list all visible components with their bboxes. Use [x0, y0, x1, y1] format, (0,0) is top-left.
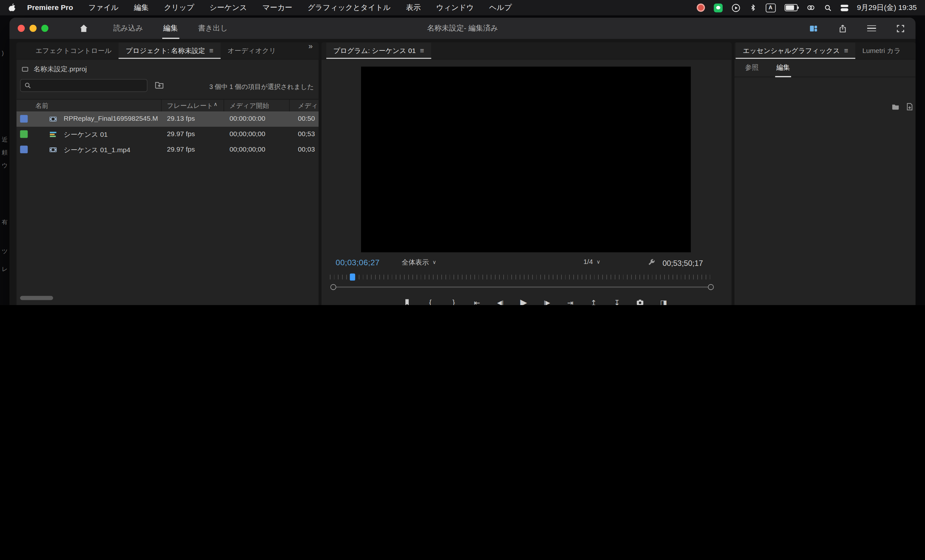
horizontal-scrollbar[interactable] [20, 296, 53, 300]
project-row-list: RPReplay_Final1695982545.M 29.13 fps 00:… [17, 111, 318, 159]
label-color-chip[interactable] [20, 115, 28, 123]
playback-resolution-dropdown[interactable]: 1/4∨ [584, 258, 601, 265]
program-playhead[interactable] [350, 274, 355, 281]
create-search-bin-icon[interactable] [155, 80, 164, 90]
menubar-app-name[interactable]: Premiere Pro [20, 3, 81, 12]
table-row[interactable]: RPReplay_Final1695982545.M 29.13 fps 00:… [17, 111, 318, 127]
item-framerate: 29.13 fps [167, 115, 195, 122]
extract-button[interactable]: ↧ [611, 298, 623, 305]
sidecar-icon[interactable] [806, 3, 815, 12]
menu-item[interactable]: シーケンス [202, 3, 255, 12]
header-tab[interactable]: 編集 [162, 18, 179, 39]
item-media-start: 00;00;00;00 [229, 130, 265, 137]
sequence-icon [48, 130, 58, 139]
program-time-ruler[interactable] [330, 274, 712, 279]
menu-item[interactable]: ウィンドウ [428, 3, 481, 12]
item-name[interactable]: シーケンス 01 [63, 130, 159, 139]
eg-subtab[interactable]: 編集 [775, 59, 791, 77]
table-row[interactable]: シーケンス 01 29.97 fps 00;00;00;00 00;53 [17, 127, 318, 142]
lift-button[interactable]: ↥ [588, 298, 600, 305]
menu-item[interactable]: 表示 [398, 3, 428, 12]
step-back-button[interactable]: ◀| [494, 299, 506, 305]
bluetooth-icon[interactable] [749, 3, 757, 12]
menu-item[interactable]: ヘルプ [481, 3, 519, 12]
item-media-end: 00;03 [298, 146, 315, 152]
program-video-frame[interactable] [361, 66, 691, 252]
item-name[interactable]: シーケンス 01_1.mp4 [63, 146, 159, 154]
home-icon[interactable] [79, 23, 88, 33]
essential-graphics-panel: エッセンシャルグラフィックス≡ Lumetri カラ 参照編集 [735, 42, 916, 305]
settings-wrench-icon[interactable] [647, 258, 655, 266]
label-color-chip[interactable] [20, 130, 28, 138]
quick-export-icon[interactable] [838, 24, 847, 33]
battery-icon[interactable] [784, 4, 797, 11]
panel-menu-icon[interactable]: ≡ [420, 47, 424, 54]
tab-project[interactable]: プロジェクト: 名称未設定≡ [119, 42, 221, 59]
close-window-button[interactable] [18, 25, 25, 32]
column-framerate[interactable]: フレームレート [167, 101, 213, 110]
add-marker-button[interactable] [401, 298, 413, 305]
transport-controls: { } ⇤ ◀| ▶ |▶ ⇥ ↥ ↧ ◨ [401, 295, 670, 305]
project-root[interactable]: 名称未設定.prproj [21, 65, 87, 74]
sort-ascending-icon[interactable]: ∧ [214, 102, 217, 108]
eg-folder-icon[interactable] [891, 102, 899, 111]
play-button[interactable]: ▶ [518, 297, 530, 305]
menubar-clock[interactable]: 9月29日(金) 19:35 [857, 3, 917, 12]
menu-item[interactable]: 編集 [126, 3, 157, 12]
apple-menu-icon[interactable] [0, 3, 20, 12]
zoom-window-button[interactable] [41, 25, 48, 32]
workspace-icon[interactable] [809, 24, 818, 33]
column-media-start[interactable]: メディア開始 [229, 101, 269, 110]
program-current-timecode[interactable]: 00;03;06;27 [336, 258, 380, 267]
header-tab[interactable]: 書き出し [197, 18, 229, 39]
project-column-header[interactable]: 名前 フレームレート ∧ メディア開始 メディ [17, 99, 318, 112]
background-text: レ [2, 265, 8, 274]
column-name[interactable]: 名前 [35, 101, 48, 110]
tab-audio-clip-mixer[interactable]: オーディオクリ [220, 42, 283, 59]
go-to-out-button[interactable]: ⇥ [564, 298, 576, 305]
control-center-icon[interactable] [841, 5, 848, 11]
workspace-menu-icon[interactable] [867, 25, 876, 32]
table-row[interactable]: シーケンス 01_1.mp4 29.97 fps 00;00;00;00 00;… [17, 142, 318, 157]
line-app-icon[interactable] [714, 3, 723, 12]
menu-item[interactable]: クリップ [157, 3, 202, 12]
panel-menu-icon[interactable]: ≡ [844, 47, 848, 54]
input-source-icon[interactable]: A [765, 3, 775, 12]
mark-in-button[interactable]: { [425, 298, 437, 305]
project-panel-tabs: エフェクトコントロール プロジェクト: 名称未設定≡ オーディオクリ » [17, 42, 318, 59]
header-tab[interactable]: 読み込み [112, 18, 144, 39]
comparison-view-button[interactable]: ◨ [658, 298, 670, 305]
minimize-window-button[interactable] [30, 25, 37, 32]
panel-menu-icon[interactable]: ≡ [209, 47, 214, 54]
item-name[interactable]: RPReplay_Final1695982545.M [63, 115, 159, 122]
playback-status-icon[interactable] [731, 3, 740, 12]
tab-lumetri-color[interactable]: Lumetri カラ [855, 42, 908, 59]
clip-icon [48, 146, 58, 154]
menu-item[interactable]: ファイル [81, 3, 126, 12]
zoom-level-dropdown[interactable]: 全体表示∨ [402, 258, 437, 267]
spotlight-icon[interactable] [824, 4, 832, 12]
tab-overflow-icon[interactable]: » [308, 42, 319, 59]
eg-new-layer-icon[interactable] [905, 102, 914, 111]
column-media-end[interactable]: メディ [298, 101, 318, 110]
scrollbar-left-handle[interactable] [330, 284, 336, 290]
step-forward-button[interactable]: |▶ [541, 299, 553, 305]
tab-essential-graphics[interactable]: エッセンシャルグラフィックス≡ [735, 42, 855, 59]
scrollbar-right-handle[interactable] [708, 284, 714, 290]
tab-program-monitor[interactable]: プログラム: シーケンス 01≡ [326, 42, 431, 59]
label-color-chip[interactable] [20, 146, 28, 153]
program-scrollbar-track[interactable] [336, 286, 712, 288]
fullscreen-icon[interactable] [896, 24, 905, 33]
export-frame-button[interactable] [634, 298, 646, 305]
screen: Premiere Pro ファイル編集クリップシーケンスマーカーグラフィックとタ… [0, 0, 925, 305]
search-input[interactable] [20, 79, 148, 92]
menu-item[interactable]: グラフィックとタイトル [300, 3, 398, 12]
mark-out-button[interactable]: } [448, 298, 459, 305]
eg-subtab[interactable]: 参照 [744, 59, 760, 77]
tab-effect-controls[interactable]: エフェクトコントロール [28, 42, 119, 59]
menu-item[interactable]: マーカー [255, 3, 300, 12]
background-text: ウ [2, 161, 8, 170]
record-app-icon[interactable] [696, 3, 705, 12]
chevron-down-icon: ∨ [597, 259, 600, 265]
go-to-in-button[interactable]: ⇤ [471, 298, 483, 305]
